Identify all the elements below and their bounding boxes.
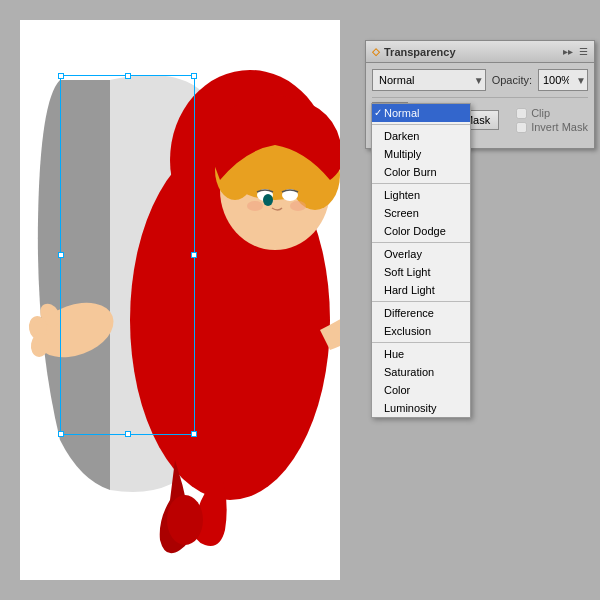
dropdown-item-luminosity[interactable]: Luminosity (372, 399, 470, 417)
dropdown-sep-5 (372, 342, 470, 343)
blend-mode-select[interactable]: Normal (372, 69, 486, 91)
dropdown-sep-4 (372, 301, 470, 302)
svg-point-19 (167, 495, 203, 545)
opacity-input-container: ▼ (538, 69, 588, 91)
panel-menu-btn[interactable]: ☰ (579, 47, 588, 57)
dropdown-item-multiply[interactable]: Multiply (372, 145, 470, 163)
svg-point-11 (290, 201, 306, 211)
checkmark-normal: ✓ (374, 107, 382, 118)
character-illustration (20, 20, 340, 580)
panel-divider (372, 97, 588, 98)
dropdown-item-exclusion[interactable]: Exclusion (372, 322, 470, 340)
dropdown-item-color-burn[interactable]: Color Burn (372, 163, 470, 181)
svg-point-9 (263, 194, 273, 206)
dropdown-item-soft-light[interactable]: Soft Light (372, 263, 470, 281)
panel-titlebar: ◇ Transparency ▸▸ ☰ (366, 41, 594, 63)
opacity-label: Opacity: (492, 74, 532, 86)
dropdown-item-hue[interactable]: Hue (372, 345, 470, 363)
invert-mask-checkbox[interactable] (516, 122, 527, 133)
panel-title: ◇ Transparency (372, 46, 456, 58)
clip-label: Clip (531, 107, 550, 119)
panel-controls: ▸▸ ☰ (563, 47, 588, 57)
dropdown-item-color-dodge[interactable]: Color Dodge (372, 222, 470, 240)
dropdown-item-hard-light[interactable]: Hard Light (372, 281, 470, 299)
svg-point-10 (247, 201, 263, 211)
blend-mode-select-container: Normal ▼ (372, 69, 486, 91)
dropdown-sep-2 (372, 183, 470, 184)
opacity-input[interactable] (538, 69, 588, 91)
dropdown-item-screen[interactable]: Screen (372, 204, 470, 222)
panel-collapse-btn[interactable]: ▸▸ (563, 47, 573, 57)
invert-mask-label: Invert Mask (531, 121, 588, 133)
panel-title-text: Transparency (384, 46, 456, 58)
dropdown-item-saturation[interactable]: Saturation (372, 363, 470, 381)
blend-mode-dropdown: ✓ Normal Darken Multiply Color Burn Ligh… (371, 103, 471, 418)
dropdown-sep-1 (372, 124, 470, 125)
invert-mask-checkbox-row: Invert Mask (516, 121, 588, 133)
dropdown-item-difference[interactable]: Difference (372, 304, 470, 322)
dropdown-item-normal[interactable]: ✓ Normal (372, 104, 470, 122)
dropdown-item-color[interactable]: Color (372, 381, 470, 399)
mask-checkboxes: Clip Invert Mask (516, 107, 588, 133)
dropdown-item-lighten[interactable]: Lighten (372, 186, 470, 204)
transparency-icon: ◇ (372, 46, 380, 57)
clip-checkbox[interactable] (516, 108, 527, 119)
clip-checkbox-row: Clip (516, 107, 588, 119)
transparency-panel: ◇ Transparency ▸▸ ☰ Normal ▼ Opacity: ▼ (365, 40, 595, 149)
panel-row-1: Normal ▼ Opacity: ▼ (372, 69, 588, 91)
dropdown-sep-3 (372, 242, 470, 243)
dropdown-item-overlay[interactable]: Overlay (372, 245, 470, 263)
dropdown-item-darken[interactable]: Darken (372, 127, 470, 145)
